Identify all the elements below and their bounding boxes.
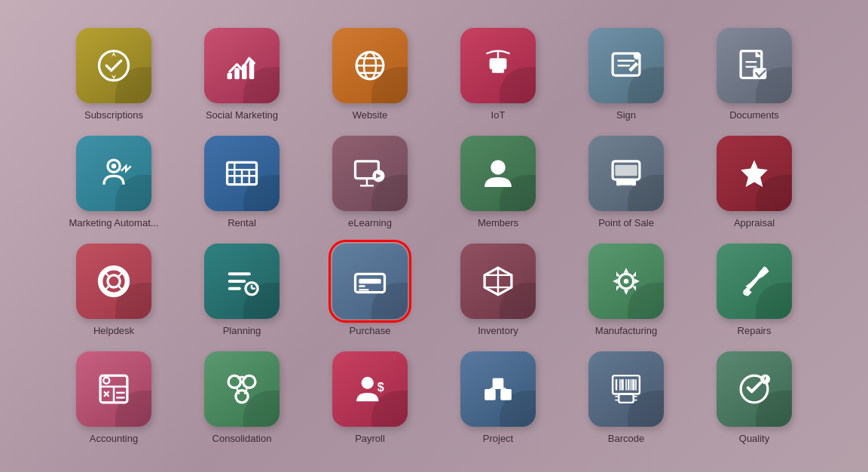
app-item-members[interactable]: Members bbox=[445, 136, 551, 228]
app-icon-manufacturing bbox=[588, 244, 664, 319]
app-item-point-of-sale[interactable]: Point of Sale bbox=[573, 136, 679, 228]
app-icon-accounting bbox=[76, 351, 151, 427]
svg-rect-3 bbox=[242, 64, 247, 79]
app-item-repairs[interactable]: Repairs bbox=[701, 244, 807, 336]
svg-rect-70 bbox=[484, 389, 496, 400]
app-label-manufacturing: Manufacturing bbox=[595, 325, 657, 336]
app-item-project[interactable]: Project bbox=[445, 351, 551, 444]
app-grid: SubscriptionsSocial MarketingWebsiteIoTS… bbox=[38, 5, 830, 467]
app-label-accounting: Accounting bbox=[90, 433, 138, 444]
app-item-inventory[interactable]: Inventory bbox=[445, 244, 551, 336]
app-item-barcode[interactable]: Barcode bbox=[573, 351, 679, 444]
app-item-payroll[interactable]: $Payroll bbox=[317, 351, 423, 444]
app-item-subscriptions[interactable]: Subscriptions bbox=[61, 28, 167, 121]
app-item-iot[interactable]: IoT bbox=[445, 28, 551, 121]
svg-rect-1 bbox=[228, 73, 233, 79]
app-icon-rental bbox=[204, 136, 280, 211]
svg-rect-71 bbox=[500, 389, 512, 400]
app-item-marketing-automat[interactable]: Marketing Automat... bbox=[61, 136, 167, 228]
svg-point-39 bbox=[108, 275, 120, 287]
app-label-payroll: Payroll bbox=[355, 433, 385, 444]
svg-rect-35 bbox=[616, 179, 636, 185]
app-icon-payroll: $ bbox=[332, 351, 408, 427]
app-icon-elearning bbox=[332, 136, 408, 211]
app-label-inventory: Inventory bbox=[478, 325, 518, 336]
app-label-website: Website bbox=[353, 109, 388, 121]
app-label-barcode: Barcode bbox=[608, 433, 644, 444]
app-icon-inventory bbox=[460, 244, 536, 319]
app-icon-website bbox=[332, 28, 408, 103]
app-item-social-marketing[interactable]: Social Marketing bbox=[189, 28, 295, 121]
app-icon-barcode bbox=[588, 351, 664, 427]
app-item-appraisal[interactable]: Appraisal bbox=[701, 136, 807, 228]
app-item-purchase[interactable]: Purchase bbox=[317, 244, 423, 336]
app-label-helpdesk: Helpdesk bbox=[93, 325, 134, 336]
app-item-quality[interactable]: Quality bbox=[701, 351, 807, 444]
app-icon-social-marketing bbox=[204, 28, 280, 103]
app-item-planning[interactable]: Planning bbox=[189, 244, 295, 336]
svg-rect-20 bbox=[753, 68, 766, 79]
svg-text:$: $ bbox=[377, 380, 384, 394]
svg-point-0 bbox=[99, 51, 129, 81]
svg-point-22 bbox=[112, 164, 117, 169]
app-item-website[interactable]: Website bbox=[317, 28, 423, 121]
app-label-social-marketing: Social Marketing bbox=[206, 109, 278, 121]
app-label-consolidation: Consolidation bbox=[212, 433, 272, 444]
app-label-members: Members bbox=[478, 217, 518, 228]
svg-rect-11 bbox=[492, 69, 504, 73]
app-label-purchase: Purchase bbox=[350, 325, 391, 336]
svg-point-33 bbox=[491, 160, 506, 175]
app-icon-project bbox=[460, 351, 536, 427]
app-label-quality: Quality bbox=[739, 433, 769, 444]
svg-rect-36 bbox=[615, 165, 637, 176]
app-icon-members bbox=[460, 136, 536, 211]
app-label-point-of-sale: Point of Sale bbox=[598, 217, 654, 228]
app-item-elearning[interactable]: eLearning bbox=[317, 136, 423, 228]
app-icon-quality bbox=[717, 351, 792, 427]
app-icon-iot bbox=[460, 28, 536, 103]
app-item-helpdesk[interactable]: Helpdesk bbox=[61, 244, 167, 336]
app-label-repairs: Repairs bbox=[738, 325, 772, 336]
svg-rect-2 bbox=[234, 68, 240, 79]
svg-rect-10 bbox=[490, 58, 507, 69]
app-item-manufacturing[interactable]: Manufacturing bbox=[573, 244, 679, 336]
app-item-accounting[interactable]: Accounting bbox=[61, 351, 167, 444]
svg-point-68 bbox=[362, 377, 374, 389]
app-item-consolidation[interactable]: Consolidation bbox=[189, 351, 295, 444]
app-item-sign[interactable]: Sign bbox=[573, 28, 679, 121]
app-icon-sign bbox=[588, 28, 664, 103]
app-icon-purchase bbox=[332, 244, 408, 319]
app-label-subscriptions: Subscriptions bbox=[84, 109, 143, 121]
svg-point-62 bbox=[103, 378, 109, 384]
app-label-elearning: eLearning bbox=[348, 217, 392, 228]
app-icon-repairs bbox=[717, 244, 792, 319]
app-icon-planning bbox=[204, 244, 280, 319]
app-label-marketing-automat: Marketing Automat... bbox=[69, 217, 158, 228]
app-label-rental: Rental bbox=[228, 217, 256, 228]
app-label-appraisal: Appraisal bbox=[734, 217, 775, 228]
app-item-rental[interactable]: Rental bbox=[189, 136, 295, 228]
svg-rect-84 bbox=[619, 394, 634, 403]
app-label-sign: Sign bbox=[616, 109, 636, 121]
app-icon-appraisal bbox=[717, 136, 792, 211]
app-icon-marketing-automat bbox=[76, 136, 151, 211]
app-label-project: Project bbox=[483, 433, 513, 444]
svg-rect-51 bbox=[359, 279, 381, 284]
app-icon-consolidation bbox=[204, 351, 280, 427]
app-icon-point-of-sale bbox=[588, 136, 664, 211]
app-label-documents: Documents bbox=[729, 109, 779, 121]
svg-point-16 bbox=[634, 52, 641, 60]
app-label-planning: Planning bbox=[223, 325, 261, 336]
app-icon-helpdesk bbox=[76, 244, 151, 319]
app-icon-subscriptions bbox=[76, 28, 151, 103]
app-label-iot: IoT bbox=[491, 109, 506, 121]
app-item-documents[interactable]: Documents bbox=[701, 28, 807, 121]
svg-rect-4 bbox=[249, 61, 255, 79]
svg-point-58 bbox=[624, 279, 629, 284]
app-icon-documents bbox=[717, 28, 792, 103]
